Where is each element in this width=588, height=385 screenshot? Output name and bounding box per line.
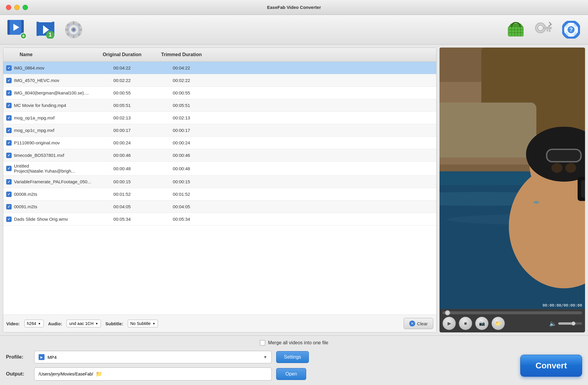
help-button[interactable]: ?: [560, 18, 582, 41]
file-checkbox[interactable]: [6, 115, 12, 121]
file-name: IMG_8040(bergman@kanal100.se)....: [14, 90, 89, 95]
file-checkbox[interactable]: [6, 217, 12, 222]
buy-button[interactable]: [503, 18, 526, 41]
file-name: mog_op1c_mpg.mxf: [14, 128, 54, 133]
file-checkbox[interactable]: [6, 192, 12, 197]
settings-button[interactable]: [62, 18, 85, 41]
audio-format-select[interactable]: und aac 1CH ▼: [67, 320, 101, 327]
file-name: MC Movie for funding.mp4: [14, 103, 66, 108]
file-checkbox[interactable]: [6, 128, 12, 133]
table-row[interactable]: P1110690-original.mov00:00:2400:00:24: [3, 137, 436, 149]
profile-row: Profile: ▶ MP4 ▼ Settings: [6, 351, 514, 363]
file-name: mog_op1a_mpg.mxf: [14, 115, 55, 120]
stop-icon: ■: [464, 321, 467, 326]
file-name: timecode_BO537801.mxf: [14, 153, 64, 158]
file-name: Untitled Project(Natalie.Yuhas@brigh...: [14, 163, 89, 173]
table-row[interactable]: IMG_4570_HEVC.mov00:02:2200:02:22: [3, 74, 436, 87]
original-duration: 00:00:55: [92, 89, 152, 97]
file-name-cell: Dads Slide Show Orig.wmv: [3, 215, 92, 224]
subtitle-select[interactable]: No Subtitle ▼: [128, 320, 158, 327]
file-name-cell: VariableFramerate_PALFootage_050...: [3, 177, 92, 186]
profile-select[interactable]: ▶ MP4 ▼: [34, 351, 272, 363]
main-content: Name Original Duration Trimmed Duration …: [0, 45, 588, 335]
svg-rect-11: [73, 35, 75, 38]
table-row[interactable]: 00091.m2ts00:04:0500:04:05: [3, 201, 436, 213]
snapshot-button[interactable]: 📷: [475, 317, 489, 330]
table-row[interactable]: Untitled Project(Natalie.Yuhas@brigh...0…: [3, 162, 436, 176]
trimmed-duration: 00:05:34: [152, 215, 211, 223]
file-name-cell: IMG_8040(bergman@kanal100.se)....: [3, 89, 92, 97]
table-row[interactable]: 00008.m2ts00:01:5200:01:52: [3, 188, 436, 201]
add-file-button[interactable]: 1: [34, 18, 56, 41]
col-original: Original Duration: [92, 50, 152, 59]
progress-thumb[interactable]: [445, 310, 450, 315]
file-checkbox[interactable]: [6, 90, 12, 96]
svg-rect-1: [37, 22, 39, 36]
close-button[interactable]: [6, 5, 11, 10]
svg-text:?: ?: [569, 27, 573, 33]
right-panel: 00:00:00/00:00:00 ▶ ■ 📷 📁 �: [440, 48, 585, 332]
bottom-forms: Profile: ▶ MP4 ▼ Settings Output: /Users…: [6, 351, 514, 381]
play-button[interactable]: ▶: [442, 317, 456, 330]
window-controls[interactable]: [6, 5, 28, 10]
trimmed-duration: 00:00:15: [152, 177, 211, 186]
minimize-button[interactable]: [14, 5, 20, 10]
add-file-icon: 1: [36, 20, 55, 39]
video-preview: 00:00:00/00:00:00: [440, 48, 585, 309]
video-timecode: 00:00:00/00:00:00: [543, 303, 582, 307]
svg-rect-28: [544, 27, 552, 29]
table-row[interactable]: mog_op1c_mpg.mxf00:00:1700:00:17: [3, 124, 436, 137]
volume-thumb[interactable]: [571, 321, 576, 326]
volume-slider[interactable]: [558, 322, 582, 325]
add-video-button[interactable]: +: [6, 18, 28, 41]
table-row[interactable]: MC Movie for funding.mp400:05:5100:05:51: [3, 99, 436, 112]
file-checkbox[interactable]: [6, 65, 12, 71]
original-duration: 00:01:52: [92, 190, 152, 198]
subtitle-value: No Subtitle: [130, 321, 151, 326]
trimmed-duration: 00:00:48: [152, 164, 211, 173]
folder-button[interactable]: 📁: [491, 317, 505, 330]
audio-label: Audio:: [48, 321, 62, 326]
file-name-cell: IMG_0864.mov: [3, 64, 92, 72]
file-checkbox[interactable]: [6, 166, 12, 171]
merge-checkbox[interactable]: [260, 340, 265, 345]
volume-icon: 🔈: [549, 320, 557, 327]
maximize-button[interactable]: [23, 5, 28, 10]
svg-rect-45: [440, 102, 536, 157]
clear-button[interactable]: ✕ Clear: [404, 318, 433, 329]
table-row[interactable]: Dads Slide Show Orig.wmv00:05:3400:05:34: [3, 213, 436, 225]
table-row[interactable]: VariableFramerate_PALFootage_050...00:00…: [3, 176, 436, 188]
volume-control: 🔈: [549, 320, 582, 327]
trimmed-duration: 00:00:55: [152, 89, 211, 97]
basket-icon: [505, 20, 524, 39]
table-row[interactable]: IMG_0864.mov00:04:2200:04:22: [3, 62, 436, 74]
file-name-cell: timecode_BO537801.mxf: [3, 151, 92, 160]
output-path-text: /Users/jerry/Movies/EaseFab/: [39, 372, 93, 376]
table-row[interactable]: timecode_BO537801.mxf00:00:4600:00:46: [3, 149, 436, 162]
title-bar: EaseFab Video Converter: [0, 0, 588, 15]
file-checkbox[interactable]: [6, 78, 12, 83]
progress-track[interactable]: [442, 311, 582, 314]
file-table: IMG_0864.mov00:04:2200:04:22IMG_4570_HEV…: [3, 62, 436, 315]
file-checkbox[interactable]: [6, 140, 12, 146]
file-name: IMG_0864.mov: [14, 65, 45, 70]
format-controls: Video: h264 ▼ Audio: und aac 1CH ▼ Subti…: [3, 315, 436, 332]
open-button[interactable]: Open: [276, 368, 306, 380]
stop-button[interactable]: ■: [459, 317, 472, 330]
original-duration: 00:05:51: [92, 101, 152, 110]
register-button[interactable]: [532, 18, 554, 41]
trimmed-duration: 00:01:52: [152, 190, 211, 198]
file-checkbox[interactable]: [6, 179, 12, 184]
play-triangle-icon: [13, 24, 19, 31]
file-checkbox[interactable]: [6, 103, 12, 108]
convert-button[interactable]: Convert: [520, 355, 582, 377]
file-checkbox[interactable]: [6, 153, 12, 158]
table-row[interactable]: mog_op1a_mpg.mxf00:02:1300:02:13: [3, 112, 436, 124]
video-format-select[interactable]: h264 ▼: [24, 320, 44, 327]
help-icon: ?: [561, 20, 581, 39]
settings-profile-button[interactable]: Settings: [276, 351, 309, 363]
table-row[interactable]: IMG_8040(bergman@kanal100.se)....00:00:5…: [3, 87, 436, 99]
subtitle-label: Subtitle:: [105, 321, 123, 326]
file-checkbox[interactable]: [6, 204, 12, 209]
add-video-icon-inner: +: [7, 20, 27, 39]
